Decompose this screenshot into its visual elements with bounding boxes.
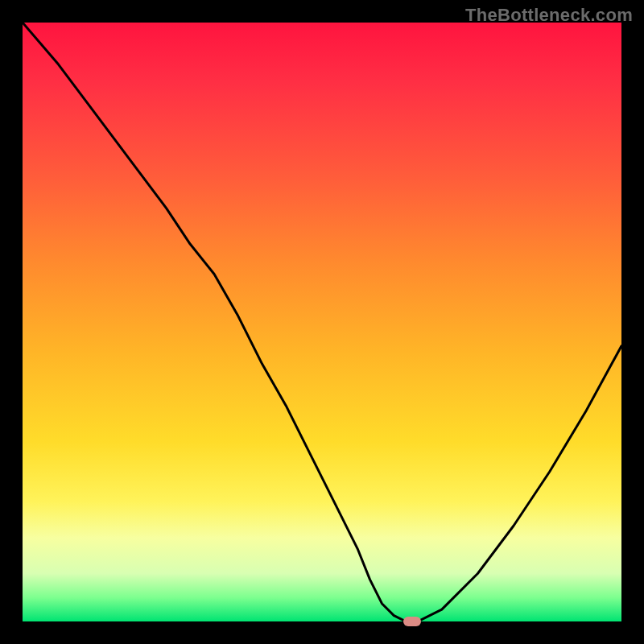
chart-plot-area (23, 23, 621, 621)
curve-path (23, 23, 621, 621)
chart-frame: TheBottleneck.com (0, 0, 644, 644)
bottleneck-curve (23, 23, 621, 621)
optimal-marker (403, 617, 421, 626)
watermark-text: TheBottleneck.com (465, 5, 633, 26)
